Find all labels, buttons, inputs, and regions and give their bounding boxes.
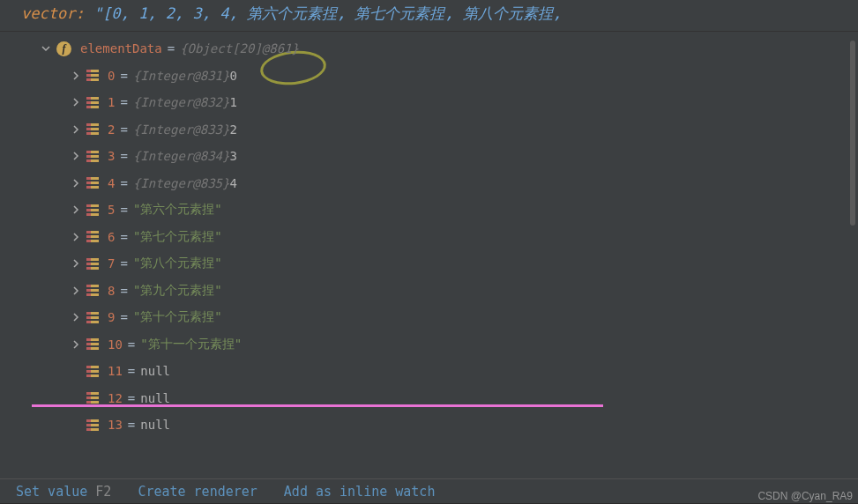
set-value-action[interactable]: Set value F2: [16, 484, 111, 500]
chevron-down-icon[interactable]: [39, 44, 53, 53]
element-index: 13: [108, 418, 123, 432]
element-index: 1: [108, 95, 115, 109]
element-value: "第十一个元素捏": [140, 337, 242, 352]
chevron-right-icon[interactable]: [69, 259, 83, 268]
chevron-right-icon[interactable]: [69, 152, 83, 160]
element-index: 4: [108, 176, 115, 190]
chevron-right-icon[interactable]: [69, 98, 83, 107]
element-index: 8: [108, 284, 115, 298]
element-index: 10: [108, 337, 123, 352]
variables-panel: f elementData = {Object[20]@861} 0={Inte…: [0, 32, 858, 478]
array-element-icon: [86, 204, 99, 216]
chevron-right-icon[interactable]: [69, 205, 83, 214]
array-element-icon: [86, 312, 99, 323]
array-element-icon: [86, 151, 99, 162]
array-element-icon: [86, 123, 99, 135]
array-element-icon: [86, 338, 99, 350]
chevron-right-icon[interactable]: [69, 313, 83, 322]
tree-row[interactable]: 1={Integer@832} 1: [5, 89, 858, 116]
array-element-icon: [86, 419, 99, 431]
element-value: 2: [229, 122, 236, 137]
tooltip-header-label: vector:: [21, 4, 93, 22]
chevron-right-icon[interactable]: [69, 71, 83, 80]
element-type: {Integer@831}: [133, 69, 230, 83]
array-element-icon: [86, 392, 99, 404]
chevron-right-icon[interactable]: [69, 179, 83, 188]
element-index: 11: [108, 364, 123, 378]
chevron-right-icon[interactable]: [69, 233, 83, 241]
tree-row[interactable]: 12=null: [5, 385, 858, 412]
tree-row[interactable]: 11=null: [5, 358, 858, 385]
tree-row[interactable]: 7="第八个元素捏": [5, 250, 858, 278]
element-index: 9: [108, 310, 115, 324]
array-element-icon: [86, 285, 99, 296]
chevron-right-icon[interactable]: [69, 286, 83, 295]
element-type: {Integer@833}: [133, 122, 230, 137]
chevron-right-icon[interactable]: [69, 125, 83, 134]
element-index: 2: [108, 122, 115, 137]
element-value: null: [140, 364, 170, 378]
tree-row[interactable]: 13=null: [5, 411, 858, 439]
element-value: null: [140, 418, 170, 432]
array-element-icon: [86, 70, 99, 81]
field-type: {Object[20]@861}: [180, 41, 299, 56]
add-inline-watch-action[interactable]: Add as inline watch: [284, 484, 436, 500]
footer-actions: Set value F2 Create renderer Add as inli…: [0, 478, 858, 503]
array-element-icon: [86, 177, 99, 189]
element-index: 12: [108, 391, 123, 405]
tooltip-header: vector: "[0, 1, 2, 3, 4, 第六个元素捏, 第七个元素捏,…: [0, 0, 858, 32]
element-value: null: [140, 391, 170, 405]
element-value: 4: [229, 176, 236, 190]
element-value: 0: [229, 69, 236, 83]
field-name: elementData: [80, 41, 162, 56]
element-value: 3: [229, 149, 236, 163]
element-type: {Integer@835}: [133, 176, 230, 190]
element-value: "第八个元素捏": [133, 256, 222, 271]
tree-root-row[interactable]: f elementData = {Object[20]@861}: [5, 35, 858, 63]
tree-row[interactable]: 0={Integer@831} 0: [5, 63, 858, 90]
tree-row[interactable]: 2={Integer@833} 2: [5, 116, 858, 144]
tree-row[interactable]: 3={Integer@834} 3: [5, 143, 858, 170]
chevron-right-icon[interactable]: [69, 340, 83, 349]
element-value: "第十个元素捏": [133, 309, 222, 325]
array-element-icon: [86, 258, 99, 270]
variable-tree: f elementData = {Object[20]@861} 0={Inte…: [5, 32, 858, 442]
element-value: "第七个元素捏": [133, 229, 222, 245]
element-index: 7: [108, 256, 115, 271]
element-index: 3: [108, 149, 115, 163]
tree-row[interactable]: 5="第六个元素捏": [5, 196, 858, 224]
element-type: {Integer@832}: [133, 95, 230, 109]
tree-row[interactable]: 6="第七个元素捏": [5, 224, 858, 251]
element-index: 5: [108, 203, 115, 217]
element-value: "第九个元素捏": [133, 283, 222, 299]
tooltip-header-value: "[0, 1, 2, 3, 4, 第六个元素捏, 第七个元素捏, 第八个元素捏,: [93, 4, 562, 22]
tree-row[interactable]: 10="第十一个元素捏": [5, 331, 858, 359]
watermark: CSDN @Cyan_RA9: [757, 490, 853, 502]
scrollbar-thumb[interactable]: [850, 41, 855, 226]
element-type: {Integer@834}: [133, 149, 230, 163]
element-index: 6: [108, 230, 115, 244]
element-value: "第六个元素捏": [133, 202, 222, 218]
array-element-icon: [86, 366, 99, 377]
array-element-icon: [86, 231, 99, 242]
create-renderer-action[interactable]: Create renderer: [138, 484, 257, 500]
tree-row[interactable]: 8="第九个元素捏": [5, 278, 858, 305]
element-value: 1: [229, 95, 236, 109]
array-element-icon: [86, 97, 99, 108]
tree-row[interactable]: 9="第十个元素捏": [5, 304, 858, 331]
tree-row[interactable]: 4={Integer@835} 4: [5, 170, 858, 197]
element-index: 0: [108, 69, 115, 83]
field-badge-icon: f: [56, 41, 71, 56]
